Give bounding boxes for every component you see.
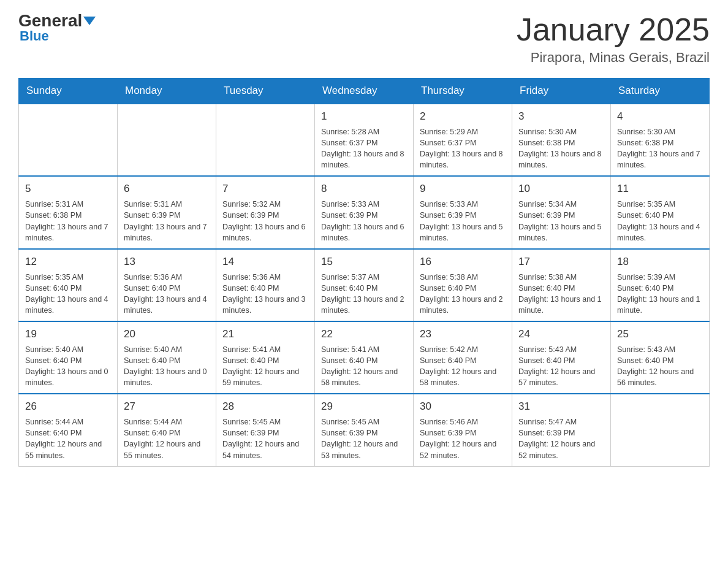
calendar-cell bbox=[19, 104, 118, 176]
day-number: 1 bbox=[321, 109, 407, 124]
day-number: 20 bbox=[124, 327, 210, 342]
day-info: Sunrise: 5:46 AM Sunset: 6:39 PM Dayligh… bbox=[420, 416, 506, 461]
day-number: 31 bbox=[518, 399, 604, 414]
calendar-table: SundayMondayTuesdayWednesdayThursdayFrid… bbox=[18, 78, 710, 466]
calendar-cell: 4Sunrise: 5:30 AM Sunset: 6:38 PM Daylig… bbox=[611, 104, 710, 176]
day-info: Sunrise: 5:44 AM Sunset: 6:40 PM Dayligh… bbox=[25, 416, 111, 461]
day-number: 13 bbox=[124, 255, 210, 269]
calendar-cell: 14Sunrise: 5:36 AM Sunset: 6:40 PM Dayli… bbox=[216, 249, 315, 321]
calendar-cell: 27Sunrise: 5:44 AM Sunset: 6:40 PM Dayli… bbox=[118, 394, 216, 466]
day-info: Sunrise: 5:38 AM Sunset: 6:40 PM Dayligh… bbox=[420, 272, 506, 316]
calendar-header-sunday: Sunday bbox=[19, 79, 118, 104]
calendar-cell: 7Sunrise: 5:32 AM Sunset: 6:39 PM Daylig… bbox=[216, 176, 315, 248]
page-header: General Blue January 2025 Pirapora, Mina… bbox=[18, 12, 710, 66]
day-number: 28 bbox=[222, 399, 308, 414]
calendar-cell bbox=[118, 104, 216, 176]
calendar-cell: 23Sunrise: 5:42 AM Sunset: 6:40 PM Dayli… bbox=[414, 321, 512, 394]
day-number: 29 bbox=[321, 399, 407, 414]
day-info: Sunrise: 5:33 AM Sunset: 6:39 PM Dayligh… bbox=[420, 199, 506, 243]
calendar-cell: 16Sunrise: 5:38 AM Sunset: 6:40 PM Dayli… bbox=[414, 249, 512, 321]
day-number: 9 bbox=[420, 182, 506, 196]
day-number: 8 bbox=[321, 182, 407, 196]
calendar-cell: 26Sunrise: 5:44 AM Sunset: 6:40 PM Dayli… bbox=[19, 394, 118, 466]
day-info: Sunrise: 5:42 AM Sunset: 6:40 PM Dayligh… bbox=[420, 344, 506, 389]
day-number: 10 bbox=[518, 182, 604, 196]
day-number: 15 bbox=[321, 255, 407, 269]
day-number: 25 bbox=[617, 327, 703, 342]
day-info: Sunrise: 5:35 AM Sunset: 6:40 PM Dayligh… bbox=[25, 272, 111, 316]
day-info: Sunrise: 5:31 AM Sunset: 6:38 PM Dayligh… bbox=[25, 199, 111, 243]
day-number: 7 bbox=[222, 182, 308, 196]
day-info: Sunrise: 5:40 AM Sunset: 6:40 PM Dayligh… bbox=[124, 344, 210, 389]
calendar-cell: 24Sunrise: 5:43 AM Sunset: 6:40 PM Dayli… bbox=[512, 321, 611, 394]
day-number: 22 bbox=[321, 327, 407, 342]
calendar-week-row: 5Sunrise: 5:31 AM Sunset: 6:38 PM Daylig… bbox=[19, 176, 710, 248]
day-info: Sunrise: 5:38 AM Sunset: 6:40 PM Dayligh… bbox=[518, 272, 604, 316]
calendar-cell bbox=[216, 104, 315, 176]
day-number: 23 bbox=[420, 327, 506, 342]
day-number: 27 bbox=[124, 399, 210, 414]
calendar-cell: 12Sunrise: 5:35 AM Sunset: 6:40 PM Dayli… bbox=[19, 249, 118, 321]
day-info: Sunrise: 5:29 AM Sunset: 6:37 PM Dayligh… bbox=[420, 126, 506, 171]
day-info: Sunrise: 5:35 AM Sunset: 6:40 PM Dayligh… bbox=[617, 199, 703, 243]
day-number: 24 bbox=[518, 327, 604, 342]
calendar-cell: 5Sunrise: 5:31 AM Sunset: 6:38 PM Daylig… bbox=[19, 176, 118, 248]
day-info: Sunrise: 5:33 AM Sunset: 6:39 PM Dayligh… bbox=[321, 199, 407, 243]
calendar-header-tuesday: Tuesday bbox=[216, 79, 315, 104]
day-number: 6 bbox=[124, 182, 210, 196]
calendar-header-thursday: Thursday bbox=[414, 79, 512, 104]
calendar-cell: 8Sunrise: 5:33 AM Sunset: 6:39 PM Daylig… bbox=[315, 176, 414, 248]
logo-triangle-icon bbox=[83, 17, 96, 25]
calendar-header-wednesday: Wednesday bbox=[315, 79, 414, 104]
calendar-header: SundayMondayTuesdayWednesdayThursdayFrid… bbox=[19, 79, 710, 104]
day-info: Sunrise: 5:40 AM Sunset: 6:40 PM Dayligh… bbox=[25, 344, 111, 389]
subtitle: Pirapora, Minas Gerais, Brazil bbox=[517, 50, 710, 66]
day-info: Sunrise: 5:28 AM Sunset: 6:37 PM Dayligh… bbox=[321, 126, 407, 171]
day-number: 5 bbox=[25, 182, 111, 196]
day-number: 17 bbox=[518, 255, 604, 269]
calendar-cell: 22Sunrise: 5:41 AM Sunset: 6:40 PM Dayli… bbox=[315, 321, 414, 394]
day-number: 3 bbox=[518, 109, 604, 124]
calendar-cell: 1Sunrise: 5:28 AM Sunset: 6:37 PM Daylig… bbox=[315, 104, 414, 176]
day-info: Sunrise: 5:37 AM Sunset: 6:40 PM Dayligh… bbox=[321, 272, 407, 316]
calendar-week-row: 26Sunrise: 5:44 AM Sunset: 6:40 PM Dayli… bbox=[19, 394, 710, 466]
day-number: 12 bbox=[25, 255, 111, 269]
day-number: 16 bbox=[420, 255, 506, 269]
day-info: Sunrise: 5:45 AM Sunset: 6:39 PM Dayligh… bbox=[222, 416, 308, 461]
calendar-cell: 30Sunrise: 5:46 AM Sunset: 6:39 PM Dayli… bbox=[414, 394, 512, 466]
calendar-cell: 31Sunrise: 5:47 AM Sunset: 6:39 PM Dayli… bbox=[512, 394, 611, 466]
day-number: 14 bbox=[222, 255, 308, 269]
day-number: 19 bbox=[25, 327, 111, 342]
calendar-cell: 28Sunrise: 5:45 AM Sunset: 6:39 PM Dayli… bbox=[216, 394, 315, 466]
calendar-cell: 6Sunrise: 5:31 AM Sunset: 6:39 PM Daylig… bbox=[118, 176, 216, 248]
calendar-cell: 20Sunrise: 5:40 AM Sunset: 6:40 PM Dayli… bbox=[118, 321, 216, 394]
day-info: Sunrise: 5:32 AM Sunset: 6:39 PM Dayligh… bbox=[222, 199, 308, 243]
calendar-cell: 11Sunrise: 5:35 AM Sunset: 6:40 PM Dayli… bbox=[611, 176, 710, 248]
day-info: Sunrise: 5:34 AM Sunset: 6:39 PM Dayligh… bbox=[518, 199, 604, 243]
title-section: January 2025 Pirapora, Minas Gerais, Bra… bbox=[517, 12, 710, 66]
calendar-header-row: SundayMondayTuesdayWednesdayThursdayFrid… bbox=[19, 79, 710, 104]
day-info: Sunrise: 5:30 AM Sunset: 6:38 PM Dayligh… bbox=[617, 126, 703, 171]
calendar-cell: 9Sunrise: 5:33 AM Sunset: 6:39 PM Daylig… bbox=[414, 176, 512, 248]
calendar-cell: 17Sunrise: 5:38 AM Sunset: 6:40 PM Dayli… bbox=[512, 249, 611, 321]
day-number: 4 bbox=[617, 109, 703, 124]
day-info: Sunrise: 5:31 AM Sunset: 6:39 PM Dayligh… bbox=[124, 199, 210, 243]
day-info: Sunrise: 5:36 AM Sunset: 6:40 PM Dayligh… bbox=[124, 272, 210, 316]
day-number: 30 bbox=[420, 399, 506, 414]
calendar-cell: 19Sunrise: 5:40 AM Sunset: 6:40 PM Dayli… bbox=[19, 321, 118, 394]
day-number: 11 bbox=[617, 182, 703, 196]
logo-blue: Blue bbox=[20, 28, 49, 44]
calendar-body: 1Sunrise: 5:28 AM Sunset: 6:37 PM Daylig… bbox=[19, 104, 710, 466]
day-info: Sunrise: 5:43 AM Sunset: 6:40 PM Dayligh… bbox=[617, 344, 703, 389]
day-info: Sunrise: 5:45 AM Sunset: 6:39 PM Dayligh… bbox=[321, 416, 407, 461]
day-info: Sunrise: 5:30 AM Sunset: 6:38 PM Dayligh… bbox=[518, 126, 604, 171]
day-info: Sunrise: 5:41 AM Sunset: 6:40 PM Dayligh… bbox=[321, 344, 407, 389]
logo: General Blue bbox=[18, 12, 96, 44]
day-number: 26 bbox=[25, 399, 111, 414]
calendar-cell bbox=[611, 394, 710, 466]
calendar-cell: 25Sunrise: 5:43 AM Sunset: 6:40 PM Dayli… bbox=[611, 321, 710, 394]
calendar-cell: 3Sunrise: 5:30 AM Sunset: 6:38 PM Daylig… bbox=[512, 104, 611, 176]
calendar-cell: 2Sunrise: 5:29 AM Sunset: 6:37 PM Daylig… bbox=[414, 104, 512, 176]
calendar-cell: 21Sunrise: 5:41 AM Sunset: 6:40 PM Dayli… bbox=[216, 321, 315, 394]
calendar-header-monday: Monday bbox=[118, 79, 216, 104]
